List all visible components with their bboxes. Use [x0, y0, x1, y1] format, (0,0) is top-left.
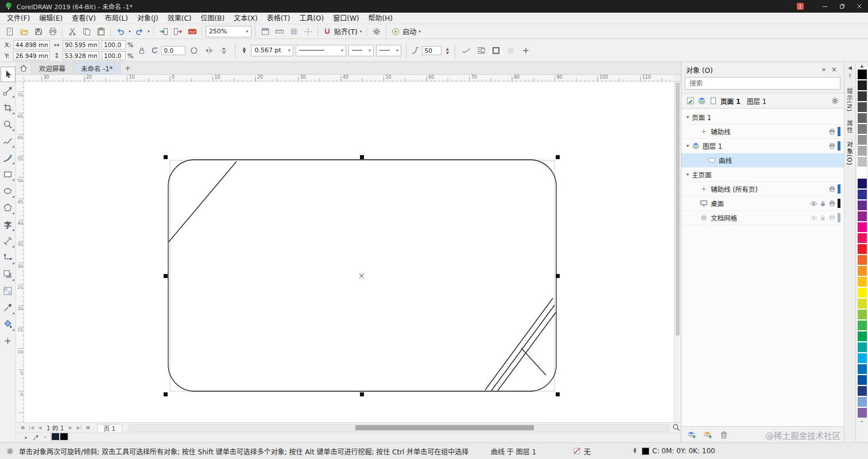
tree-row-layer-1[interactable]: 图层 1 — [681, 139, 844, 153]
add-page-end-button[interactable]: ⊞ — [84, 425, 92, 430]
publish-pdf-button[interactable]: PDF — [185, 25, 199, 38]
color-swatch[interactable] — [857, 254, 867, 265]
expand-toggle-icon[interactable] — [684, 143, 692, 149]
tree-row-curve[interactable]: 曲线 — [681, 153, 844, 168]
expand-toggle-icon[interactable] — [684, 172, 692, 178]
copy-button[interactable] — [79, 25, 94, 38]
freehand-tool[interactable] — [1, 133, 16, 149]
zoom-tool[interactable] — [1, 117, 16, 132]
tree-row-guides[interactable]: 辅助线 — [681, 125, 844, 139]
palette-scroll-up-icon[interactable]: ▲ — [861, 63, 863, 69]
color-swatch[interactable] — [857, 233, 867, 244]
outline-width-combo[interactable]: 0.567 pt▾ — [251, 45, 293, 56]
transparency-tool[interactable] — [1, 283, 16, 299]
color-swatch[interactable] — [857, 331, 867, 342]
printable-icon[interactable] — [828, 128, 836, 136]
color-swatch[interactable] — [857, 69, 867, 80]
end-arrowhead-combo[interactable]: ▾ — [376, 45, 401, 56]
printable-icon[interactable] — [828, 214, 836, 222]
color-swatch[interactable] — [857, 211, 867, 222]
drawing-canvas[interactable] — [24, 82, 674, 422]
close-docker-icon[interactable]: × — [829, 65, 839, 74]
color-swatch[interactable] — [857, 298, 867, 309]
outline-box-button[interactable] — [490, 44, 502, 57]
minimize-button[interactable] — [816, 0, 834, 13]
undo-button[interactable] — [113, 25, 127, 38]
smoothness-input[interactable] — [422, 46, 441, 55]
x-position-input[interactable] — [13, 40, 50, 49]
launch-dropdown[interactable]: 启动▾ — [389, 25, 423, 38]
tree-row-page-1[interactable]: 页面 1 — [681, 110, 844, 125]
open-document-button[interactable] — [17, 25, 31, 38]
color-swatch[interactable] — [857, 375, 867, 385]
color-swatch[interactable] — [857, 265, 867, 276]
import-button[interactable] — [156, 25, 170, 38]
redo-button[interactable] — [132, 25, 146, 38]
shape-tool[interactable] — [1, 83, 16, 99]
search-input[interactable] — [685, 77, 840, 90]
menu-item[interactable]: 对象(J) — [133, 13, 163, 24]
interactive-fill-tool[interactable] — [1, 317, 16, 332]
wrap-text-button[interactable] — [475, 44, 487, 57]
page-1-tab[interactable]: 页 1 — [97, 424, 123, 433]
ruler-origin-corner[interactable] — [16, 75, 24, 82]
printable-icon[interactable] — [828, 142, 836, 150]
tree-row-document-grid[interactable]: 文档网格 — [681, 211, 844, 225]
vertical-scrollbar[interactable] — [674, 82, 681, 422]
export-button[interactable] — [170, 25, 185, 38]
palette-flyout-icon[interactable]: ▸ — [22, 435, 30, 440]
rotation-angle-input[interactable] — [161, 46, 185, 55]
color-swatch[interactable] — [857, 80, 867, 91]
visibility-eye-icon[interactable] — [810, 200, 817, 207]
menu-item[interactable]: 布局(L) — [100, 13, 133, 24]
menu-item[interactable]: 文件(F) — [2, 13, 34, 24]
color-swatch[interactable] — [857, 287, 867, 298]
pick-tool[interactable] — [1, 67, 16, 82]
layers-view-icon[interactable] — [698, 97, 706, 105]
scale-x-input[interactable] — [102, 40, 126, 49]
menu-item[interactable]: 表格(T) — [262, 13, 295, 24]
palette-options-icon[interactable]: » — [861, 418, 863, 425]
more-tools-button[interactable] — [1, 333, 16, 349]
color-swatch[interactable] — [857, 342, 867, 353]
fullscreen-preview-button[interactable] — [258, 25, 272, 38]
color-swatch[interactable] — [857, 396, 867, 407]
zoom-level-combo[interactable]: 250%▾ — [206, 26, 251, 37]
page-icon[interactable] — [709, 97, 718, 105]
document-color-swatch[interactable] — [60, 433, 68, 441]
first-page-button[interactable]: |◀ — [27, 425, 36, 430]
menu-item[interactable]: 帮助(H) — [363, 13, 397, 24]
menu-item[interactable]: 文本(X) — [229, 13, 262, 24]
options-button[interactable] — [369, 25, 383, 38]
mirror-horizontal-button[interactable] — [203, 44, 215, 57]
zoom-scrollbar-icon[interactable] — [672, 423, 681, 432]
artistic-media-tool[interactable] — [1, 150, 16, 165]
collapse-docker-icon[interactable]: » — [819, 65, 829, 74]
collapse-dockers-icon[interactable]: ◀ — [848, 65, 852, 71]
edit-object-icon[interactable] — [686, 97, 695, 105]
undo-dropdown-icon[interactable]: ▾ — [127, 29, 132, 34]
horizontal-scrollbar[interactable] — [128, 424, 669, 431]
color-swatch[interactable] — [857, 353, 867, 364]
color-swatch[interactable] — [857, 364, 867, 375]
start-arrowhead-combo[interactable]: ▾ — [348, 45, 374, 56]
eyedropper-tool[interactable] — [1, 300, 16, 315]
rotation-center-button[interactable] — [188, 44, 200, 57]
delete-icon[interactable] — [719, 430, 728, 439]
smoothness-stepper[interactable]: ▲▼ — [444, 47, 450, 55]
horizontal-scrollbar-thumb[interactable] — [355, 425, 534, 430]
printable-icon[interactable] — [828, 200, 836, 207]
color-swatch[interactable] — [857, 189, 867, 200]
show-grid-button[interactable] — [286, 25, 301, 38]
docker-tab-objects[interactable]: 对象(O) — [846, 141, 854, 165]
save-button[interactable] — [31, 25, 45, 38]
restore-button[interactable] — [834, 0, 851, 13]
polygon-tool[interactable] — [1, 200, 16, 215]
new-document-button[interactable] — [2, 25, 17, 38]
tree-row-guides-all[interactable]: 辅助线 (所有页) — [681, 182, 844, 196]
color-swatch[interactable] — [857, 156, 867, 167]
menu-item[interactable]: 工具(O) — [294, 13, 328, 24]
horizontal-ruler[interactable]: 3020100102030405060708090100110 — [24, 75, 674, 82]
vertical-scrollbar-thumb[interactable] — [676, 83, 680, 335]
menu-item[interactable]: 位图(B) — [196, 13, 230, 24]
